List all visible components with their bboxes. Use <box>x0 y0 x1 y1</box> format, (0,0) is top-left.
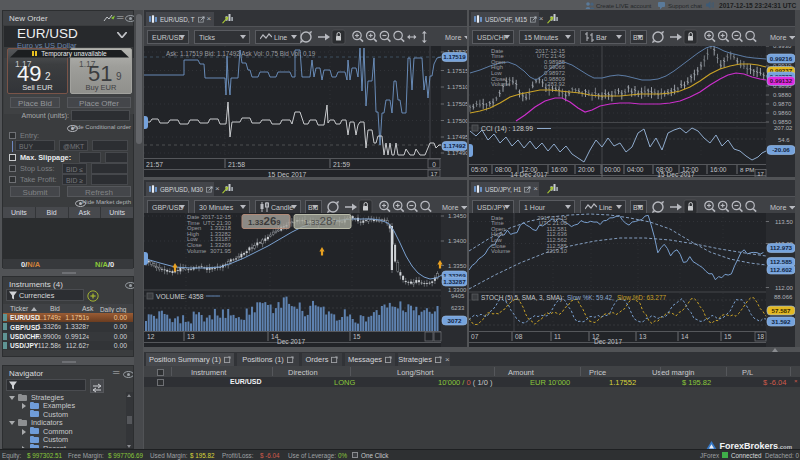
svg-text:0.99132: 0.99132 <box>770 77 793 84</box>
svg-text:18: 18 <box>757 333 765 340</box>
svg-text:-20.06: -20.06 <box>772 146 790 153</box>
svg-text:08:00: 08:00 <box>495 166 512 173</box>
svg-text:112.585: 112.585 <box>770 258 793 265</box>
svg-text:05:00: 05:00 <box>471 166 488 173</box>
svg-text:0.9880: 0.9880 <box>773 92 792 98</box>
svg-text:113.50: 113.50 <box>775 219 794 225</box>
svg-text:1.3400: 1.3400 <box>448 238 467 244</box>
svg-text:16:00: 16:00 <box>710 166 727 173</box>
svg-text:207.02: 207.02 <box>774 125 793 131</box>
svg-text:15: 15 <box>353 333 361 340</box>
svg-text:17: 17 <box>757 171 764 177</box>
svg-text:1.3450: 1.3450 <box>448 213 467 219</box>
svg-text:88.066: 88.066 <box>774 294 793 300</box>
svg-text:Slow %D: 63.277: Slow %D: 63.277 <box>617 294 666 301</box>
svg-text:VOLUME: 4358: VOLUME: 4358 <box>156 293 204 300</box>
svg-text:0.9870: 0.9870 <box>773 101 792 107</box>
svg-text:Volume: Volume <box>187 248 206 254</box>
svg-text:3072: 3072 <box>448 317 462 324</box>
svg-text:1.3350: 1.3350 <box>448 263 467 269</box>
svg-text:15: 15 <box>724 333 732 340</box>
svg-text:21:59: 21:59 <box>333 161 350 168</box>
svg-text:STOCH (5) 5, SMA, 3, SMA):: STOCH (5) 5, SMA, 3, SMA): <box>481 294 564 302</box>
svg-text:0.99216: 0.99216 <box>770 55 793 62</box>
svg-text:1.17505: 1.17505 <box>447 101 467 107</box>
svg-text:Dec 2017: Dec 2017 <box>277 338 306 345</box>
svg-text:31.592: 31.592 <box>772 318 791 325</box>
svg-text:9405: 9405 <box>451 293 465 299</box>
svg-text:57.587: 57.587 <box>772 307 791 314</box>
svg-text:13: 13 <box>187 333 195 340</box>
svg-text:54.6: 54.6 <box>778 137 790 143</box>
svg-text:17: 17 <box>431 170 438 177</box>
svg-text:6233: 6233 <box>451 305 465 311</box>
svg-text:14 Dec 2017: 14 Dec 2017 <box>510 171 548 177</box>
svg-text:13: 13 <box>639 333 647 340</box>
svg-text:07: 07 <box>471 333 479 340</box>
svg-text:More: More <box>770 203 786 212</box>
svg-text:1.17500: 1.17500 <box>447 118 467 124</box>
svg-text:1.17519: 1.17519 <box>443 53 466 60</box>
svg-text:More: More <box>442 203 458 212</box>
svg-text:0.9860: 0.9860 <box>773 110 792 116</box>
svg-text:More: More <box>445 33 461 42</box>
svg-text:Volume: Volume <box>491 248 510 254</box>
svg-text:CCI (14) : 128.99: CCI (14) : 128.99 <box>481 125 533 133</box>
svg-text:15 Dec 2017: 15 Dec 2017 <box>268 171 307 178</box>
svg-text:1.33287: 1.33287 <box>443 278 466 285</box>
svg-text:21:57: 21:57 <box>146 161 163 168</box>
svg-text:More: More <box>770 33 786 42</box>
svg-text:1.17495: 1.17495 <box>447 134 467 140</box>
svg-text:04:00: 04:00 <box>627 166 644 173</box>
svg-text:3219.10: 3219.10 <box>546 248 567 254</box>
svg-text:1.17510: 1.17510 <box>447 84 467 90</box>
svg-text:11: 11 <box>554 333 561 340</box>
svg-text:16:00: 16:00 <box>551 166 568 173</box>
svg-text:00:00: 00:00 <box>604 166 621 173</box>
svg-text:15 Dec 2017: 15 Dec 2017 <box>657 171 695 177</box>
svg-text:08: 08 <box>515 333 523 340</box>
svg-text:21:58: 21:58 <box>228 161 245 168</box>
svg-text:8 PM: 8 PM <box>740 166 754 173</box>
svg-text:0: 0 <box>432 161 436 168</box>
svg-text:112.973: 112.973 <box>770 244 793 251</box>
svg-text:112.602: 112.602 <box>770 266 793 273</box>
svg-text:Ask: 1.17519 Bid: 1.17492 As: Ask: 1.17519 Bid: 1.17492 Ask Vol: 0.75 … <box>166 50 316 57</box>
svg-text:Slow %K: 59.42,: Slow %K: 59.42, <box>567 294 614 301</box>
svg-text:Dec 2017: Dec 2017 <box>594 338 623 345</box>
svg-text:0.9930: 0.9930 <box>773 46 792 49</box>
svg-text:12: 12 <box>147 333 155 340</box>
svg-text:283.92: 283.92 <box>547 81 565 87</box>
svg-text:Volume: Volume <box>491 81 510 87</box>
svg-text:1.17490: 1.17490 <box>447 150 467 156</box>
svg-text:1.17515: 1.17515 <box>447 68 467 74</box>
svg-text:20:00: 20:00 <box>578 166 595 173</box>
svg-text:3071.95: 3071.95 <box>210 248 231 254</box>
svg-text:1.17492: 1.17492 <box>443 142 466 149</box>
svg-text:112.00: 112.00 <box>775 285 794 291</box>
svg-text:14: 14 <box>681 333 689 340</box>
